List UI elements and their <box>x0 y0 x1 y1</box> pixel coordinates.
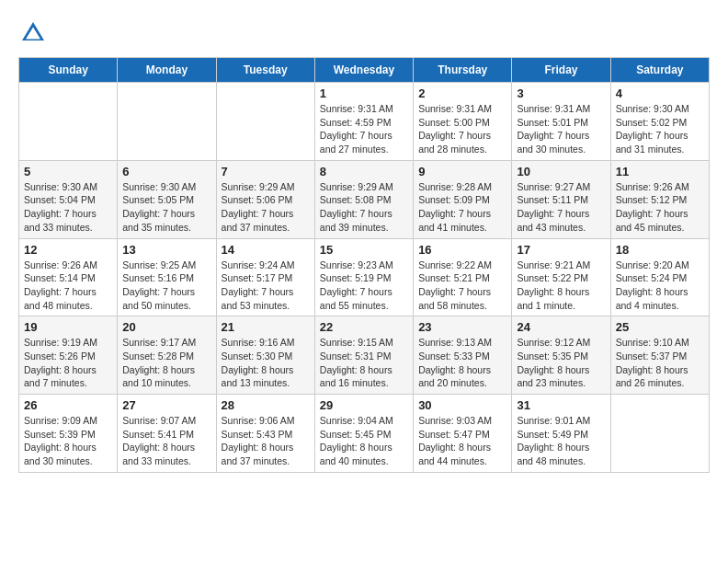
calendar-cell: 11Sunrise: 9:26 AM Sunset: 5:12 PM Dayli… <box>610 160 709 238</box>
calendar-cell <box>216 83 314 161</box>
day-number: 28 <box>222 398 310 412</box>
day-info: Sunrise: 9:24 AM Sunset: 5:17 PM Dayligh… <box>222 259 310 313</box>
calendar-cell: 25Sunrise: 9:10 AM Sunset: 5:37 PM Dayli… <box>610 316 709 395</box>
calendar-table: SundayMondayTuesdayWednesdayThursdayFrid… <box>18 57 710 473</box>
day-number: 26 <box>24 398 112 412</box>
calendar-cell: 15Sunrise: 9:23 AM Sunset: 5:19 PM Dayli… <box>314 238 413 316</box>
calendar-cell: 29Sunrise: 9:04 AM Sunset: 5:45 PM Dayli… <box>314 395 413 473</box>
page-header <box>18 18 710 48</box>
calendar-cell <box>118 83 216 161</box>
day-number: 7 <box>222 165 310 178</box>
day-number: 14 <box>222 243 310 257</box>
logo <box>18 18 51 48</box>
day-info: Sunrise: 9:31 AM Sunset: 5:00 PM Dayligh… <box>418 102 506 156</box>
day-number: 9 <box>418 165 506 178</box>
calendar-cell: 24Sunrise: 9:12 AM Sunset: 5:35 PM Dayli… <box>512 316 610 395</box>
day-number: 17 <box>517 243 605 257</box>
day-of-week-header: Saturday <box>610 58 709 83</box>
day-info: Sunrise: 9:04 AM Sunset: 5:45 PM Dayligh… <box>320 414 408 468</box>
calendar-cell: 5Sunrise: 9:30 AM Sunset: 5:04 PM Daylig… <box>19 160 118 238</box>
day-info: Sunrise: 9:12 AM Sunset: 5:35 PM Dayligh… <box>517 336 605 390</box>
day-of-week-header: Friday <box>512 58 610 83</box>
day-number: 10 <box>517 165 605 178</box>
day-info: Sunrise: 9:03 AM Sunset: 5:47 PM Dayligh… <box>418 414 506 468</box>
calendar-cell: 18Sunrise: 9:20 AM Sunset: 5:24 PM Dayli… <box>610 238 709 316</box>
day-of-week-header: Thursday <box>414 58 512 83</box>
day-info: Sunrise: 9:13 AM Sunset: 5:33 PM Dayligh… <box>418 336 506 390</box>
calendar-cell <box>19 83 118 161</box>
calendar-cell: 21Sunrise: 9:16 AM Sunset: 5:30 PM Dayli… <box>216 316 314 395</box>
day-info: Sunrise: 9:25 AM Sunset: 5:16 PM Dayligh… <box>122 259 210 313</box>
calendar-cell: 7Sunrise: 9:29 AM Sunset: 5:06 PM Daylig… <box>216 160 314 238</box>
day-number: 11 <box>616 165 704 178</box>
day-info: Sunrise: 9:06 AM Sunset: 5:43 PM Dayligh… <box>222 414 310 468</box>
day-number: 19 <box>24 320 112 334</box>
calendar-cell: 6Sunrise: 9:30 AM Sunset: 5:05 PM Daylig… <box>118 160 216 238</box>
day-info: Sunrise: 9:23 AM Sunset: 5:19 PM Dayligh… <box>320 259 408 313</box>
day-number: 4 <box>616 86 704 100</box>
day-info: Sunrise: 9:27 AM Sunset: 5:11 PM Dayligh… <box>517 180 605 235</box>
day-info: Sunrise: 9:10 AM Sunset: 5:37 PM Dayligh… <box>616 336 704 390</box>
day-number: 16 <box>418 243 506 257</box>
day-info: Sunrise: 9:31 AM Sunset: 5:01 PM Dayligh… <box>517 102 605 156</box>
day-info: Sunrise: 9:30 AM Sunset: 5:04 PM Dayligh… <box>24 180 112 235</box>
day-number: 15 <box>320 243 408 257</box>
day-number: 12 <box>24 243 112 257</box>
calendar-cell: 3Sunrise: 9:31 AM Sunset: 5:01 PM Daylig… <box>512 83 610 161</box>
calendar-cell: 31Sunrise: 9:01 AM Sunset: 5:49 PM Dayli… <box>512 395 610 473</box>
calendar-cell: 1Sunrise: 9:31 AM Sunset: 4:59 PM Daylig… <box>314 83 413 161</box>
day-number: 8 <box>320 165 408 178</box>
day-number: 31 <box>517 398 605 412</box>
day-number: 24 <box>517 320 605 334</box>
calendar-week-row: 19Sunrise: 9:19 AM Sunset: 5:26 PM Dayli… <box>19 316 710 395</box>
calendar-cell: 12Sunrise: 9:26 AM Sunset: 5:14 PM Dayli… <box>19 238 118 316</box>
day-info: Sunrise: 9:15 AM Sunset: 5:31 PM Dayligh… <box>320 336 408 390</box>
day-number: 30 <box>418 398 506 412</box>
day-of-week-header: Wednesday <box>314 58 413 83</box>
calendar-cell: 19Sunrise: 9:19 AM Sunset: 5:26 PM Dayli… <box>19 316 118 395</box>
calendar-cell <box>610 395 709 473</box>
calendar-cell: 20Sunrise: 9:17 AM Sunset: 5:28 PM Dayli… <box>118 316 216 395</box>
calendar-week-row: 26Sunrise: 9:09 AM Sunset: 5:39 PM Dayli… <box>19 395 710 473</box>
day-number: 23 <box>418 320 506 334</box>
calendar-cell: 13Sunrise: 9:25 AM Sunset: 5:16 PM Dayli… <box>118 238 216 316</box>
day-info: Sunrise: 9:31 AM Sunset: 4:59 PM Dayligh… <box>320 102 408 156</box>
day-of-week-header: Sunday <box>19 58 118 83</box>
day-info: Sunrise: 9:28 AM Sunset: 5:09 PM Dayligh… <box>418 180 506 235</box>
calendar-cell: 30Sunrise: 9:03 AM Sunset: 5:47 PM Dayli… <box>414 395 512 473</box>
day-number: 2 <box>418 86 506 100</box>
calendar-cell: 14Sunrise: 9:24 AM Sunset: 5:17 PM Dayli… <box>216 238 314 316</box>
calendar-cell: 17Sunrise: 9:21 AM Sunset: 5:22 PM Dayli… <box>512 238 610 316</box>
day-number: 21 <box>222 320 310 334</box>
calendar-cell: 8Sunrise: 9:29 AM Sunset: 5:08 PM Daylig… <box>314 160 413 238</box>
day-number: 20 <box>122 320 210 334</box>
day-number: 29 <box>320 398 408 412</box>
day-info: Sunrise: 9:30 AM Sunset: 5:05 PM Dayligh… <box>122 180 210 235</box>
logo-icon <box>18 18 48 48</box>
day-info: Sunrise: 9:21 AM Sunset: 5:22 PM Dayligh… <box>517 259 605 313</box>
calendar-cell: 2Sunrise: 9:31 AM Sunset: 5:00 PM Daylig… <box>414 83 512 161</box>
day-info: Sunrise: 9:26 AM Sunset: 5:14 PM Dayligh… <box>24 259 112 313</box>
day-info: Sunrise: 9:29 AM Sunset: 5:08 PM Dayligh… <box>320 180 408 235</box>
day-of-week-header: Tuesday <box>216 58 314 83</box>
calendar-cell: 10Sunrise: 9:27 AM Sunset: 5:11 PM Dayli… <box>512 160 610 238</box>
day-info: Sunrise: 9:16 AM Sunset: 5:30 PM Dayligh… <box>222 336 310 390</box>
calendar-cell: 26Sunrise: 9:09 AM Sunset: 5:39 PM Dayli… <box>19 395 118 473</box>
calendar-cell: 27Sunrise: 9:07 AM Sunset: 5:41 PM Dayli… <box>118 395 216 473</box>
day-info: Sunrise: 9:07 AM Sunset: 5:41 PM Dayligh… <box>122 414 210 468</box>
day-number: 22 <box>320 320 408 334</box>
calendar-cell: 16Sunrise: 9:22 AM Sunset: 5:21 PM Dayli… <box>414 238 512 316</box>
day-number: 6 <box>122 165 210 178</box>
calendar-week-row: 5Sunrise: 9:30 AM Sunset: 5:04 PM Daylig… <box>19 160 710 238</box>
day-info: Sunrise: 9:26 AM Sunset: 5:12 PM Dayligh… <box>616 180 704 235</box>
day-info: Sunrise: 9:09 AM Sunset: 5:39 PM Dayligh… <box>24 414 112 468</box>
calendar-cell: 9Sunrise: 9:28 AM Sunset: 5:09 PM Daylig… <box>414 160 512 238</box>
day-info: Sunrise: 9:19 AM Sunset: 5:26 PM Dayligh… <box>24 336 112 390</box>
calendar-cell: 23Sunrise: 9:13 AM Sunset: 5:33 PM Dayli… <box>414 316 512 395</box>
day-number: 18 <box>616 243 704 257</box>
day-info: Sunrise: 9:22 AM Sunset: 5:21 PM Dayligh… <box>418 259 506 313</box>
day-number: 25 <box>616 320 704 334</box>
day-info: Sunrise: 9:29 AM Sunset: 5:06 PM Dayligh… <box>222 180 310 235</box>
calendar-cell: 4Sunrise: 9:30 AM Sunset: 5:02 PM Daylig… <box>610 83 709 161</box>
calendar-week-row: 12Sunrise: 9:26 AM Sunset: 5:14 PM Dayli… <box>19 238 710 316</box>
